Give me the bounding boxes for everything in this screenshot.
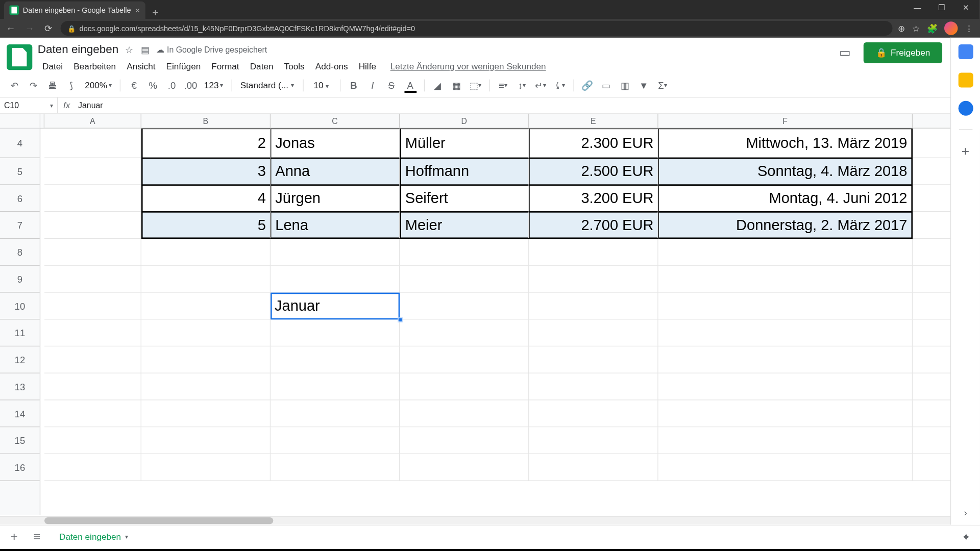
row-header[interactable]: 8 <box>0 239 40 266</box>
cell[interactable] <box>141 373 271 400</box>
share-button[interactable]: 🔒 Freigeben <box>864 42 942 63</box>
text-rotation-button[interactable]: ⤹▾ <box>552 77 568 93</box>
browser-menu-icon[interactable]: ⋮ <box>965 23 973 33</box>
menu-einfuegen[interactable]: Einfügen <box>161 59 205 73</box>
fill-handle[interactable] <box>398 317 402 322</box>
paint-format-button[interactable]: ⟆ <box>63 77 80 93</box>
row-header[interactable]: 6 <box>0 185 40 212</box>
cell[interactable] <box>400 454 529 481</box>
column-header-D[interactable]: D <box>400 114 529 128</box>
column-header-C[interactable]: C <box>271 114 400 128</box>
cell[interactable] <box>44 427 141 454</box>
cell[interactable] <box>141 400 271 428</box>
address-bar[interactable]: 🔒 docs.google.com/spreadsheets/d/15_k45N… <box>61 21 893 36</box>
cell[interactable]: Jonas <box>271 129 400 158</box>
cell[interactable] <box>658 266 913 293</box>
cell[interactable] <box>141 239 271 266</box>
cell[interactable] <box>658 427 913 454</box>
font-size-select[interactable]: 10 ▾ <box>309 80 334 90</box>
tab-close-button[interactable]: × <box>135 5 140 15</box>
cell[interactable] <box>658 319 913 346</box>
menu-bearbeiten[interactable]: Bearbeiten <box>69 59 120 73</box>
column-header-F[interactable]: F <box>658 114 913 128</box>
cell[interactable]: Sonntag, 4. März 2018 <box>658 158 913 185</box>
filter-button[interactable]: ▼ <box>635 77 652 93</box>
menu-datei[interactable]: Datei <box>38 59 67 73</box>
spreadsheet-grid[interactable]: A B C D E F 4 5 6 7 8 9 10 11 12 13 14 1… <box>0 114 980 525</box>
all-sheets-button[interactable]: ≡ <box>28 529 45 546</box>
cell[interactable] <box>141 427 271 454</box>
currency-button[interactable]: € <box>126 77 142 93</box>
cell[interactable] <box>529 266 658 293</box>
cell[interactable] <box>141 266 271 293</box>
star-icon[interactable]: ☆ <box>125 44 134 55</box>
cell[interactable] <box>44 293 141 320</box>
cell[interactable]: 2 <box>141 129 271 158</box>
cell[interactable] <box>44 212 141 239</box>
menu-addons[interactable]: Add-ons <box>310 59 352 73</box>
cell[interactable]: Montag, 4. Juni 2012 <box>658 185 913 212</box>
insert-comment-button[interactable]: ▭ <box>598 77 615 93</box>
cell[interactable]: 4 <box>141 185 271 212</box>
cell[interactable]: Jürgen <box>271 185 400 212</box>
sheet-tab[interactable]: Daten eingeben ▾ <box>51 528 136 547</box>
cell[interactable] <box>658 239 913 266</box>
cell[interactable] <box>44 266 141 293</box>
row-header[interactable]: 5 <box>0 158 40 185</box>
bold-button[interactable]: B <box>346 77 362 93</box>
cell[interactable]: Donnerstag, 2. März 2017 <box>658 212 913 239</box>
horizontal-scroll-thumb[interactable] <box>44 517 273 524</box>
cell[interactable] <box>400 266 529 293</box>
menu-ansicht[interactable]: Ansicht <box>122 59 160 73</box>
zoom-icon[interactable]: ⊕ <box>898 23 905 33</box>
cell[interactable] <box>44 239 141 266</box>
row-header[interactable]: 10 <box>0 293 40 320</box>
sheets-logo[interactable] <box>7 44 32 70</box>
cell[interactable] <box>400 346 529 373</box>
cell[interactable] <box>400 427 529 454</box>
cell[interactable] <box>658 346 913 373</box>
row-header[interactable]: 11 <box>0 319 40 346</box>
window-maximize[interactable]: ❐ <box>930 0 953 15</box>
horizontal-scrollbar[interactable] <box>0 516 971 524</box>
cell[interactable] <box>44 319 141 346</box>
name-box[interactable]: C10▾ <box>0 97 58 113</box>
insert-chart-button[interactable]: ▥ <box>617 77 633 93</box>
cell[interactable] <box>529 400 658 428</box>
cell[interactable] <box>400 293 529 320</box>
cell[interactable]: 3 <box>141 158 271 185</box>
sheet-tab-menu-icon[interactable]: ▾ <box>125 533 129 540</box>
cell[interactable]: Meier <box>400 212 529 239</box>
font-family-select[interactable]: Standard (...▾ <box>237 80 297 90</box>
insert-link-button[interactable]: 🔗 <box>579 77 596 93</box>
cell[interactable] <box>529 427 658 454</box>
explore-button[interactable]: ✦ <box>957 529 974 546</box>
cell[interactable] <box>529 346 658 373</box>
cell[interactable] <box>529 454 658 481</box>
cell[interactable] <box>44 158 141 185</box>
cell[interactable] <box>271 239 400 266</box>
browser-tab[interactable]: Daten eingeben - Google Tabelle × <box>4 2 145 19</box>
redo-button[interactable]: ↷ <box>26 77 42 93</box>
cell[interactable] <box>529 239 658 266</box>
add-addon-button[interactable]: + <box>962 143 969 159</box>
column-header-A[interactable]: A <box>44 114 141 128</box>
cell[interactable] <box>44 185 141 212</box>
cell[interactable]: Mittwoch, 13. März 2019 <box>658 129 913 158</box>
cell[interactable]: 2.700 EUR <box>529 212 658 239</box>
cell[interactable] <box>400 373 529 400</box>
row-header[interactable]: 15 <box>0 427 40 454</box>
cell[interactable] <box>44 373 141 400</box>
cell[interactable] <box>529 319 658 346</box>
cell[interactable] <box>271 346 400 373</box>
last-edit-link[interactable]: Letzte Änderung vor wenigen Sekunden <box>390 59 546 73</box>
cell[interactable] <box>529 373 658 400</box>
column-header-E[interactable]: E <box>529 114 658 128</box>
cell[interactable] <box>658 373 913 400</box>
formula-input[interactable]: Januar <box>76 101 980 110</box>
select-all-corner[interactable] <box>0 114 40 128</box>
row-header[interactable]: 14 <box>0 400 40 428</box>
cell[interactable] <box>44 400 141 428</box>
borders-button[interactable]: ▦ <box>449 77 465 93</box>
column-header-B[interactable]: B <box>141 114 271 128</box>
